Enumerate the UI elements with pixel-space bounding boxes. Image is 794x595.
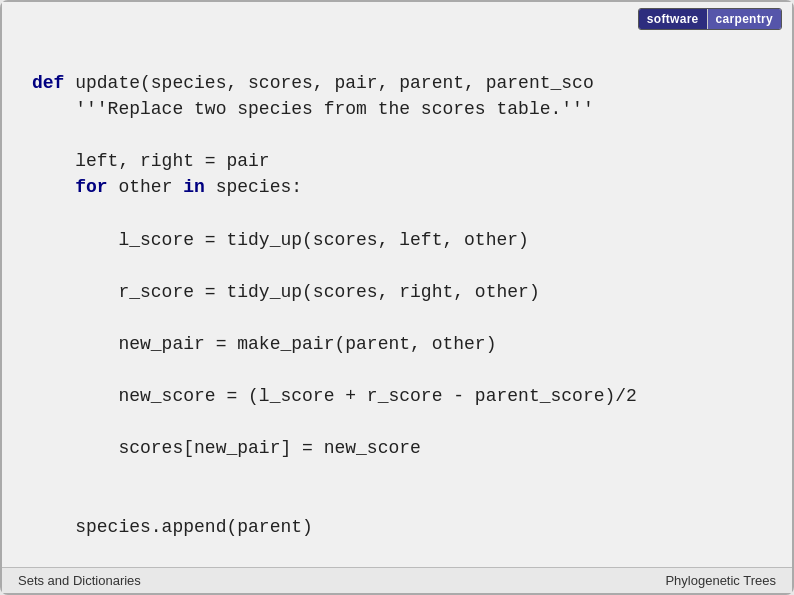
footer-left: Sets and Dictionaries [18, 573, 141, 588]
keyword-for: for [75, 177, 107, 197]
code-line-7: r_score = tidy_up(scores, right, other) [32, 282, 540, 302]
code-line-8: new_pair = make_pair(parent, other) [32, 334, 496, 354]
code-block: def update(species, scores, pair, parent… [32, 44, 762, 567]
code-line-1-rest: update(species, scores, pair, parent, pa… [64, 73, 593, 93]
code-line-4: left, right = pair [32, 151, 270, 171]
code-line-11: species.append(parent) [32, 517, 313, 537]
code-line-5: for other in species: [32, 177, 302, 197]
top-bar: software carpentry [2, 2, 792, 34]
logo-software: software [639, 9, 707, 29]
code-line-9: new_score = (l_score + r_score - parent_… [32, 386, 637, 406]
code-line-1: def update(species, scores, pair, parent… [32, 73, 594, 93]
keyword-def: def [32, 73, 64, 93]
keyword-in: in [183, 177, 205, 197]
code-line-2: '''Replace two species from the scores t… [32, 99, 594, 119]
code-area: def update(species, scores, pair, parent… [2, 34, 792, 567]
brand-logo: software carpentry [638, 8, 782, 30]
code-line-10: scores[new_pair] = new_score [32, 438, 421, 458]
logo-carpentry: carpentry [708, 9, 781, 29]
code-line-6: l_score = tidy_up(scores, left, other) [32, 230, 529, 250]
footer-right: Phylogenetic Trees [665, 573, 776, 588]
slide: software carpentry def update(species, s… [0, 0, 794, 595]
footer: Sets and Dictionaries Phylogenetic Trees [2, 567, 792, 593]
